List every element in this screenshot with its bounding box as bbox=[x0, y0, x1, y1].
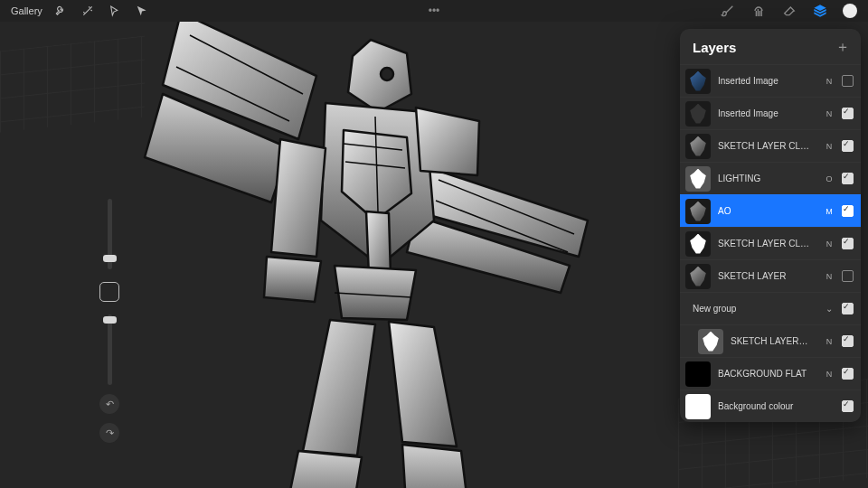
layer-thumbnail bbox=[685, 69, 711, 94]
layer-blend-mode[interactable]: N bbox=[824, 272, 835, 281]
layer-row[interactable]: AOM bbox=[680, 194, 861, 227]
layer-row[interactable]: Background colour bbox=[680, 389, 861, 422]
add-layer-button[interactable]: ＋ bbox=[835, 38, 850, 57]
layer-name-label: SKETCH LAYER… bbox=[731, 336, 816, 346]
layer-row[interactable]: Inserted ImageN bbox=[680, 97, 861, 129]
layer-blend-mode[interactable]: M bbox=[824, 207, 835, 216]
layer-name-label: Inserted Image bbox=[718, 108, 816, 118]
brush-size-slider[interactable] bbox=[108, 199, 112, 269]
color-icon[interactable] bbox=[843, 4, 857, 18]
layers-panel-title: Layers bbox=[693, 40, 736, 55]
layer-row[interactable]: SKETCH LAYER CL…N bbox=[680, 227, 861, 259]
redo-button[interactable]: ↷ bbox=[99, 423, 119, 443]
brush-icon[interactable] bbox=[720, 3, 736, 19]
layer-row[interactable]: BACKGROUND FLATN bbox=[680, 357, 861, 389]
layer-visibility-checkbox[interactable] bbox=[842, 75, 854, 87]
layer-row[interactable]: LIGHTINGO bbox=[680, 162, 861, 194]
layer-thumbnail bbox=[685, 166, 711, 192]
top-right-tool-icons bbox=[720, 0, 857, 22]
top-left-tool-icons bbox=[53, 4, 149, 18]
layer-visibility-checkbox[interactable] bbox=[842, 173, 854, 184]
layer-visibility-checkbox[interactable] bbox=[842, 335, 854, 347]
layer-row[interactable]: New group⌄ bbox=[680, 292, 861, 324]
layer-name-label: AO bbox=[718, 206, 816, 216]
chevron-down-icon[interactable]: ⌄ bbox=[824, 304, 835, 314]
layer-blend-mode[interactable]: N bbox=[824, 370, 835, 379]
layer-blend-mode[interactable]: N bbox=[824, 77, 835, 86]
modify-tool-button[interactable] bbox=[99, 282, 119, 302]
move-icon[interactable] bbox=[135, 4, 149, 18]
brush-sidebar: ↶ ↷ bbox=[97, 199, 122, 470]
select-icon[interactable] bbox=[108, 4, 122, 18]
layer-visibility-checkbox[interactable] bbox=[842, 303, 854, 314]
layer-blend-mode[interactable]: N bbox=[824, 239, 835, 249]
layer-name-label: SKETCH LAYER CL… bbox=[718, 141, 816, 151]
layer-thumbnail bbox=[685, 394, 711, 419]
layer-visibility-checkbox[interactable] bbox=[842, 400, 854, 412]
layer-thumbnail bbox=[685, 199, 711, 224]
layer-name-label: BACKGROUND FLAT bbox=[718, 369, 816, 379]
smudge-icon[interactable] bbox=[750, 3, 767, 19]
layer-visibility-checkbox[interactable] bbox=[842, 140, 854, 152]
layer-blend-mode[interactable]: N bbox=[824, 337, 835, 346]
layer-row[interactable]: SKETCH LAYERN bbox=[680, 259, 861, 292]
undo-button[interactable]: ↶ bbox=[99, 394, 119, 414]
layer-row[interactable]: SKETCH LAYER…N bbox=[680, 324, 861, 357]
modify-menu-icon[interactable]: ••• bbox=[429, 5, 440, 17]
wrench-icon[interactable] bbox=[53, 4, 68, 18]
layer-blend-mode[interactable]: N bbox=[824, 142, 835, 151]
layer-thumbnail bbox=[698, 329, 723, 354]
wand-icon[interactable] bbox=[80, 4, 95, 18]
layer-name-label: Background colour bbox=[718, 401, 816, 411]
layer-name-label: LIGHTING bbox=[718, 174, 816, 183]
svg-point-0 bbox=[381, 68, 393, 80]
layer-row[interactable]: SKETCH LAYER CL…N bbox=[680, 129, 861, 162]
layer-visibility-checkbox[interactable] bbox=[842, 368, 854, 380]
eraser-icon[interactable] bbox=[781, 3, 797, 19]
layers-list: Inserted ImageNInserted ImageNSKETCH LAY… bbox=[680, 64, 861, 422]
artwork-image bbox=[99, 22, 606, 488]
gallery-button[interactable]: Gallery bbox=[11, 5, 42, 16]
layer-name-label: New group bbox=[693, 304, 816, 314]
layer-row[interactable]: Inserted ImageN bbox=[680, 64, 861, 97]
layer-thumbnail bbox=[685, 361, 711, 387]
layer-visibility-checkbox[interactable] bbox=[842, 238, 854, 249]
layers-icon[interactable] bbox=[812, 3, 828, 19]
layers-panel: Layers ＋ Inserted ImageNInserted ImageNS… bbox=[680, 29, 861, 422]
brush-opacity-slider[interactable] bbox=[108, 314, 112, 385]
layer-thumbnail bbox=[685, 101, 711, 127]
top-toolbar: Gallery ••• bbox=[0, 0, 868, 22]
layer-thumbnail bbox=[685, 231, 711, 257]
layer-blend-mode[interactable]: N bbox=[824, 109, 835, 118]
layer-thumbnail bbox=[685, 134, 711, 159]
layers-panel-header: Layers ＋ bbox=[680, 29, 861, 64]
layer-name-label: Inserted Image bbox=[718, 76, 816, 86]
layer-visibility-checkbox[interactable] bbox=[842, 108, 854, 119]
layer-blend-mode[interactable]: O bbox=[824, 174, 835, 183]
layer-name-label: SKETCH LAYER bbox=[718, 271, 816, 281]
layer-visibility-checkbox[interactable] bbox=[842, 205, 854, 217]
layer-name-label: SKETCH LAYER CL… bbox=[718, 239, 816, 249]
layer-thumbnail bbox=[685, 264, 711, 289]
layer-visibility-checkbox[interactable] bbox=[842, 270, 854, 282]
